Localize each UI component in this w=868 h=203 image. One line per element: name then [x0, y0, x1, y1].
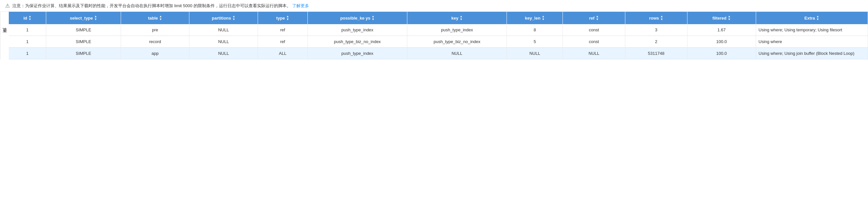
- sort-arrows-key-len: ▲▼: [542, 15, 545, 21]
- cell-key_len: NULL: [507, 48, 563, 59]
- cell-rows: 3: [625, 24, 687, 36]
- cell-id: 1: [9, 48, 46, 59]
- cell-ref: const: [563, 24, 625, 36]
- cell-key_len: 5: [507, 36, 563, 48]
- cell-possible_keys: push_type_biz_no_index: [307, 36, 407, 48]
- th-select-type[interactable]: select_type ▲▼: [46, 12, 121, 24]
- learn-more-link[interactable]: 了解更多: [292, 3, 309, 8]
- cell-rows: 5311748: [625, 48, 687, 59]
- sort-arrows-select-type: ▲▼: [94, 15, 97, 21]
- th-id[interactable]: id ▲▼: [9, 12, 46, 24]
- cell-table: pre: [121, 24, 189, 36]
- cell-possible_keys: push_type_index: [307, 48, 407, 59]
- cell-key_len: 8: [507, 24, 563, 36]
- cell-select_type: SIMPLE: [46, 36, 121, 48]
- notice-bar: ⚠ 注意：为保证作业计算、结果展示及下载时的性能，开发平台会自动在执行脚本时增加…: [0, 0, 868, 12]
- cell-partitions: NULL: [189, 36, 258, 48]
- cell-filtered: 1.67: [687, 24, 756, 36]
- sort-arrows-extra: ▲▼: [816, 15, 819, 21]
- sort-arrows-rows: ▲▼: [660, 15, 663, 21]
- th-possible-keys[interactable]: possible_ke ys ▲▼: [307, 12, 407, 24]
- th-filtered[interactable]: filtered ▲▼: [687, 12, 756, 24]
- sort-arrows-table: ▲▼: [159, 15, 162, 21]
- cell-table: app: [121, 48, 189, 59]
- th-extra[interactable]: Extra ▲▼: [756, 12, 868, 24]
- cell-type: ref: [258, 36, 307, 48]
- cell-ref: NULL: [563, 48, 625, 59]
- notice-text: 注意：为保证作业计算、结果展示及下载时的性能，开发平台会自动在执行脚本时增加 l…: [12, 3, 309, 9]
- cell-filtered: 100.0: [687, 48, 756, 59]
- th-key-len[interactable]: key_len ▲▼: [507, 12, 563, 24]
- table-body: 1SIMPLEpreNULLrefpush_type_indexpush_typ…: [9, 24, 868, 59]
- th-type[interactable]: type ▲▼: [258, 12, 307, 24]
- cell-extra: Using where; Using join buffer (Block Ne…: [756, 48, 868, 59]
- sort-arrows-partitions: ▲▼: [232, 15, 235, 21]
- table-header: id ▲▼ select_type ▲▼ tab: [9, 12, 868, 24]
- cell-extra: Using where; Using temporary; Using file…: [756, 24, 868, 36]
- sort-arrows-type: ▲▼: [286, 15, 289, 21]
- cell-id: 1: [9, 36, 46, 48]
- cell-type: ALL: [258, 48, 307, 59]
- th-ref[interactable]: ref ▲▼: [563, 12, 625, 24]
- side-label[interactable]: 下载: [0, 12, 9, 59]
- sort-arrows-filtered: ▲▼: [728, 15, 731, 21]
- sort-arrows-possible-keys: ▲▼: [372, 15, 374, 21]
- sort-arrows-ref: ▲▼: [596, 15, 599, 21]
- cell-key: push_type_biz_no_index: [407, 36, 507, 48]
- cell-key: NULL: [407, 48, 507, 59]
- table-row: 1SIMPLEpreNULLrefpush_type_indexpush_typ…: [9, 24, 868, 36]
- cell-partitions: NULL: [189, 48, 258, 59]
- cell-partitions: NULL: [189, 24, 258, 36]
- cell-possible_keys: push_type_index: [307, 24, 407, 36]
- th-rows[interactable]: rows ▲▼: [625, 12, 687, 24]
- cell-id: 1: [9, 24, 46, 36]
- cell-select_type: SIMPLE: [46, 24, 121, 36]
- cell-select_type: SIMPLE: [46, 48, 121, 59]
- cell-table: record: [121, 36, 189, 48]
- explain-table: id ▲▼ select_type ▲▼ tab: [9, 12, 868, 59]
- cell-filtered: 100.0: [687, 36, 756, 48]
- cell-extra: Using where: [756, 36, 868, 48]
- warning-icon: ⚠: [5, 3, 10, 9]
- cell-rows: 2: [625, 36, 687, 48]
- table-row: 1SIMPLErecordNULLrefpush_type_biz_no_ind…: [9, 36, 868, 48]
- th-key[interactable]: key ▲▼: [407, 12, 507, 24]
- page-layout: ⚠ 注意：为保证作业计算、结果展示及下载时的性能，开发平台会自动在执行脚本时增加…: [0, 0, 868, 59]
- cell-type: ref: [258, 24, 307, 36]
- cell-key: push_type_index: [407, 24, 507, 36]
- sort-arrows-id: ▲▼: [28, 15, 31, 21]
- sort-arrows-key: ▲▼: [460, 15, 463, 21]
- th-partitions[interactable]: partitions ▲▼: [189, 12, 258, 24]
- table-row: 1SIMPLEappNULLALLpush_type_indexNULLNULL…: [9, 48, 868, 59]
- th-table[interactable]: table ▲▼: [121, 12, 189, 24]
- cell-ref: const: [563, 36, 625, 48]
- notice-main-text: 注意：为保证作业计算、结果展示及下载时的性能，开发平台会自动在执行脚本时增加 l…: [12, 3, 291, 8]
